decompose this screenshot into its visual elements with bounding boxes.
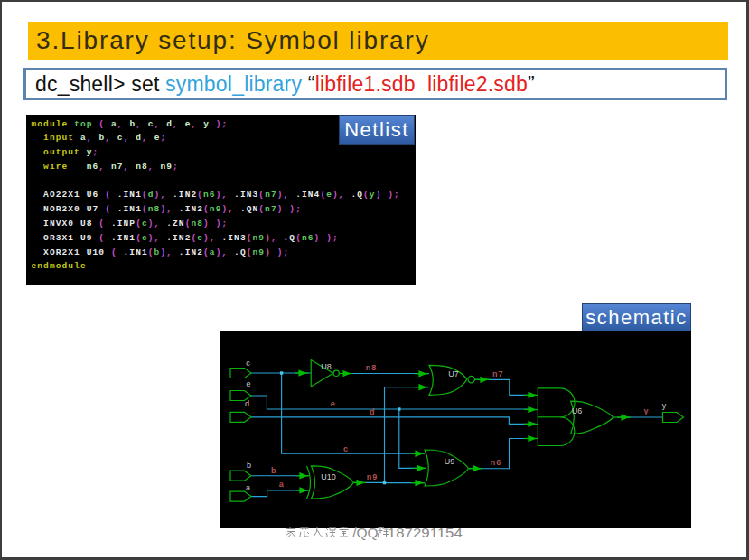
svg-text:n9: n9 — [367, 472, 379, 481]
svg-text:U9: U9 — [445, 457, 455, 466]
svg-text:d: d — [370, 407, 376, 416]
svg-text:d: d — [245, 399, 249, 408]
svg-text:e: e — [246, 379, 250, 388]
svg-text:a: a — [246, 483, 250, 492]
svg-text:187291154: 187291154 — [388, 525, 463, 540]
svg-text:/QQ: /QQ — [352, 525, 378, 540]
svg-text:b: b — [247, 461, 251, 470]
svg-text:c: c — [343, 444, 349, 453]
svg-text:y: y — [662, 401, 667, 410]
svg-text:e: e — [331, 399, 336, 408]
svg-text:n6: n6 — [491, 458, 502, 467]
svg-text:n8: n8 — [366, 363, 378, 372]
svg-text:U6: U6 — [572, 406, 583, 415]
svg-text:U8: U8 — [321, 362, 332, 371]
svg-text:n7: n7 — [492, 369, 504, 378]
svg-text:b: b — [271, 466, 277, 475]
svg-text:a: a — [279, 480, 285, 489]
svg-text:y: y — [643, 406, 649, 415]
svg-text:c: c — [246, 359, 250, 368]
svg-text:U7: U7 — [448, 369, 459, 378]
svg-text:U10: U10 — [321, 472, 336, 481]
